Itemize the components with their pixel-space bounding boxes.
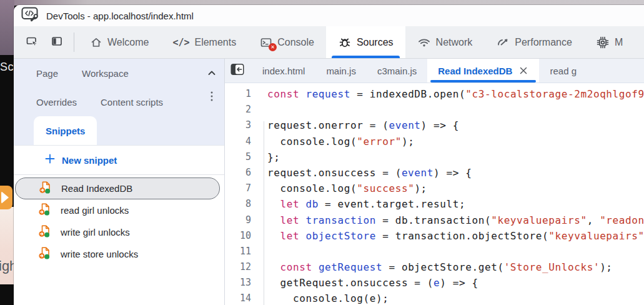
tab-sources[interactable]: Sources (326, 26, 405, 58)
line-number: 8 (225, 196, 261, 212)
file-tab-read-girl[interactable]: read g (539, 59, 587, 82)
line-number: 2 (225, 102, 261, 118)
line-number: 1 (225, 86, 261, 102)
tab-elements[interactable]: </>Elements (161, 26, 248, 58)
sidebar-tab-workspace[interactable]: Workspace (82, 68, 129, 79)
line-number: 10 (225, 228, 261, 244)
background-window-strip-bottom (0, 284, 14, 305)
collapse-panel-button[interactable] (206, 67, 218, 79)
line-number: 7 (225, 181, 261, 196)
line-number: 11 (225, 244, 261, 259)
code-text: getRequest.onsuccess = (e) => { (261, 275, 478, 291)
background-game-icon (0, 186, 12, 209)
snippet-list-item[interactable]: write store unlocks (14, 243, 224, 265)
toolbar-separator (74, 32, 74, 52)
tab-memory[interactable]: M (584, 26, 635, 58)
code-line: 2 (225, 102, 644, 118)
close-tab-button[interactable] (518, 66, 528, 76)
tab-sources-label: Sources (357, 37, 394, 48)
code-line: 13 getRequest.onsuccess = (e) => { (225, 275, 644, 291)
line-number: 3 (225, 118, 261, 133)
code-line: 12 const getRequest = objectStore.get('S… (225, 259, 644, 275)
console-icon: ✕ (260, 36, 272, 49)
snippet-icon (39, 225, 52, 239)
inspect-element-button[interactable] (22, 33, 41, 52)
sidebar-tab-overrides[interactable]: Overrides (36, 97, 77, 108)
tab-network[interactable]: Network (405, 26, 485, 58)
code-text: console.log("error"); (261, 134, 414, 149)
sidebar-tab-page[interactable]: Page (36, 68, 58, 79)
line-number: 14 (225, 291, 261, 305)
snippet-list-item[interactable]: Read IndexedDB (15, 178, 220, 199)
code-line: 7 console.log("success"); (225, 181, 644, 196)
snippet-label: read girl unlocks (61, 205, 129, 216)
network-icon (417, 36, 431, 49)
snippet-list-item[interactable]: read girl unlocks (14, 199, 224, 221)
code-line: 3request.onerror = (event) => { (225, 118, 644, 133)
tab-console[interactable]: ✕Console (248, 26, 326, 58)
dock-icon (51, 35, 63, 50)
file-tab-c3main-js-label: c3main.js (377, 66, 417, 76)
file-tab-read-indexeddb-label: Read IndexedDB (438, 66, 512, 76)
show-navigator-button[interactable] (225, 59, 252, 82)
snippet-icon (39, 247, 52, 261)
file-tab-main-js-label: main.js (326, 66, 356, 76)
code-text: const request = indexedDB.open("c3-local… (261, 86, 644, 102)
code-line: 1const request = indexedDB.open("c3-loca… (225, 86, 644, 102)
code-line: 9 let transaction = db.transaction("keyv… (225, 212, 644, 228)
file-tab-index-html-label: index.html (262, 66, 305, 76)
tab-welcome-label: Welcome (107, 37, 149, 48)
code-text: let db = event.target.result; (261, 196, 465, 212)
background-window-strip (0, 55, 14, 207)
snippet-icon (39, 203, 52, 218)
code-line: 6request.onsuccess = (event) => { (225, 165, 644, 181)
sidebar-tab-content-scripts[interactable]: Content scripts (101, 97, 163, 108)
tab-memory-label: M (615, 37, 623, 48)
code-text: request.onsuccess = (event) => { (261, 165, 472, 181)
more-options-button[interactable] (206, 89, 218, 105)
tab-welcome[interactable]: Welcome (78, 26, 161, 58)
bug-icon (338, 36, 352, 49)
indent-guide (264, 121, 264, 305)
file-tab-index-html[interactable]: index.html (252, 59, 315, 82)
code-editor[interactable]: 1const request = indexedDB.open("c3-loca… (225, 83, 644, 305)
file-tabstrip: index.htmlmain.jsc3main.jsRead IndexedDB… (225, 59, 644, 83)
code-text: let objectStore = transaction.objectStor… (261, 228, 644, 244)
line-number: 12 (225, 259, 261, 275)
code-icon: </> (172, 37, 189, 48)
sources-sidebar: PageWorkspace OverridesContent scripts S… (14, 59, 225, 305)
code-line: 8 let db = event.target.result; (225, 196, 644, 212)
line-number: 5 (225, 149, 261, 165)
home-icon (90, 36, 102, 49)
tab-performance[interactable]: Performance (484, 26, 584, 58)
code-line: 4 console.log("error"); (225, 134, 644, 149)
code-line: 5}; (225, 149, 644, 165)
performance-icon (496, 36, 510, 49)
code-text (261, 102, 267, 118)
sidebar-tab-snippets[interactable]: Snippets (34, 116, 97, 145)
background-partial-text-top: Scr (0, 61, 14, 74)
snippets-pane: New snippet Read IndexedDB read girl unl… (14, 145, 224, 305)
devtools-toolbar: Welcome</>Elements ✕Console Sources Netw… (14, 26, 644, 59)
file-tab-read-girl-label: read g (550, 66, 577, 76)
line-number: 9 (225, 212, 261, 228)
snippet-icon (39, 181, 53, 196)
file-tab-c3main-js[interactable]: c3main.js (367, 59, 427, 82)
code-line: 14 console.log(e); (225, 291, 644, 305)
devtools-logo-icon (21, 6, 40, 25)
line-number: 6 (225, 165, 261, 181)
dock-side-button[interactable] (47, 33, 66, 52)
tab-network-label: Network (436, 37, 473, 48)
file-tab-read-indexeddb[interactable]: Read IndexedDB (427, 59, 539, 82)
line-number: 13 (225, 275, 261, 291)
snippet-list-item[interactable]: write girl unlocks (14, 221, 224, 243)
desktop-backdrop-left (0, 0, 14, 55)
new-snippet-button[interactable]: New snippet (14, 146, 224, 175)
devtools-window: DevTools - app.localhost/index.html Welc… (14, 5, 644, 305)
back-icon (230, 62, 246, 79)
file-tab-main-js[interactable]: main.js (315, 59, 367, 82)
tab-performance-label: Performance (515, 37, 572, 48)
code-text (261, 244, 267, 259)
snippet-label: write store unlocks (61, 249, 138, 259)
line-number: 4 (225, 134, 261, 149)
